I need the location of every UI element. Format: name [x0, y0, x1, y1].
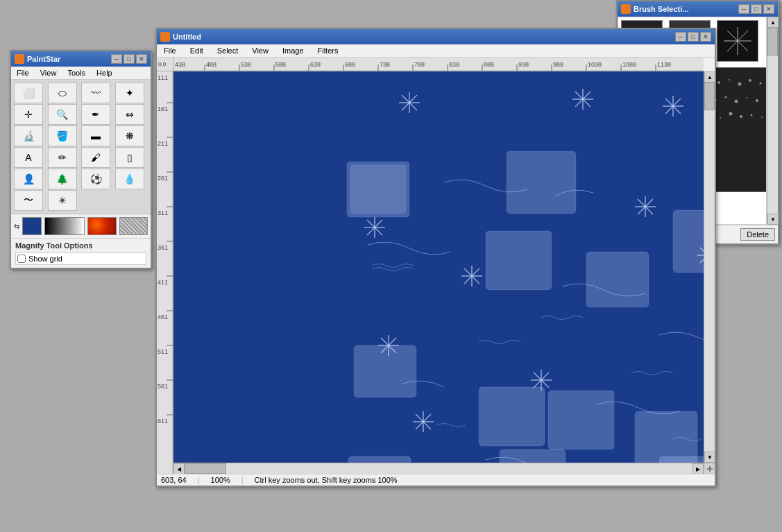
- img-menu-view[interactable]: View: [248, 46, 273, 55]
- ruler-top: 438 488 538 588 638 688 738 788 838 888: [173, 58, 704, 71]
- svg-text:588: 588: [275, 61, 286, 68]
- toolbox-window: PaintStar ─ □ ✕ File View Tools Help ⬜ ⬭…: [10, 50, 152, 269]
- svg-text:261: 261: [158, 175, 168, 182]
- svg-point-21: [729, 79, 730, 80]
- ruler-left: 111 161 211 261 311 361 411 461 511 561: [157, 71, 173, 474]
- colorpick-tool[interactable]: ✒: [81, 104, 110, 125]
- svg-text:1088: 1088: [622, 61, 636, 68]
- svg-point-20: [717, 81, 720, 84]
- status-hint: Ctrl key zooms out, Shift key zooms 100%: [255, 476, 398, 484]
- paintbrush-tool[interactable]: 🖌: [81, 147, 110, 168]
- image-close[interactable]: ✕: [700, 32, 711, 42]
- smear-tool[interactable]: 〜: [14, 190, 43, 211]
- brush-maximize[interactable]: □: [751, 4, 762, 14]
- image-window-titlebar: Untitled ─ □ ✕: [157, 29, 715, 44]
- brush-window-titlebar: Brush Selecti... ─ □ ✕: [618, 1, 778, 17]
- show-grid-checkbox[interactable]: [17, 255, 26, 263]
- svg-point-35: [735, 100, 738, 103]
- rect-shape-tool[interactable]: ▬: [81, 126, 110, 146]
- brush-close[interactable]: ✕: [763, 4, 774, 14]
- vertical-scrollbar: ▲ ▼: [704, 71, 715, 463]
- svg-text:161: 161: [158, 105, 168, 112]
- color-section: ⇆: [11, 214, 151, 239]
- menu-file[interactable]: File: [14, 68, 32, 78]
- svg-point-47: [729, 112, 733, 116]
- scroll-left-btn[interactable]: ◀: [173, 463, 185, 474]
- tree-brush-tool[interactable]: 🌲: [48, 169, 77, 189]
- brush-scroll-down[interactable]: ▼: [767, 214, 779, 225]
- pencil-tool[interactable]: ✏: [48, 147, 77, 168]
- toolbox-minimize[interactable]: ─: [111, 54, 122, 64]
- menu-tools[interactable]: Tools: [65, 68, 88, 78]
- img-menu-file[interactable]: File: [160, 46, 180, 55]
- scroll-up-btn[interactable]: ▲: [704, 71, 715, 83]
- pattern-swatch[interactable]: [119, 217, 148, 235]
- toolbox-titlebar: PaintStar ─ □ ✕: [11, 51, 151, 67]
- brush-window-icon: [621, 4, 631, 14]
- svg-text:938: 938: [518, 61, 529, 68]
- svg-point-23: [749, 79, 751, 82]
- ellipse-select-tool[interactable]: ⬭: [48, 83, 77, 103]
- color-swap-btn[interactable]: ⇆: [14, 223, 19, 230]
- compass-tool[interactable]: ✳: [48, 190, 77, 211]
- foreground-color[interactable]: [22, 217, 42, 235]
- img-menu-filters[interactable]: Filters: [314, 46, 343, 55]
- svg-point-22: [738, 83, 742, 86]
- svg-text:461: 461: [158, 314, 168, 320]
- fill-tool[interactable]: 🪣: [48, 126, 77, 146]
- toolbox-maximize[interactable]: □: [124, 54, 135, 64]
- show-grid-label[interactable]: Show grid: [28, 255, 62, 263]
- paintstar-icon: [15, 54, 24, 64]
- img-menu-image[interactable]: Image: [278, 46, 308, 55]
- img-menu-edit[interactable]: Edit: [186, 46, 207, 55]
- scroll-down-btn[interactable]: ▼: [704, 452, 715, 463]
- svg-text:888: 888: [484, 61, 494, 68]
- delete-brush-button[interactable]: Delete: [740, 228, 775, 241]
- eraser-tool[interactable]: ▯: [115, 147, 144, 168]
- clone-tool[interactable]: 👤: [14, 169, 43, 189]
- svg-text:611: 611: [158, 418, 168, 424]
- toolbox-title: PaintStar: [27, 55, 60, 63]
- svg-text:1038: 1038: [588, 61, 602, 68]
- texture-swatch[interactable]: [87, 217, 116, 235]
- svg-rect-166: [586, 252, 649, 307]
- svg-text:538: 538: [241, 61, 251, 68]
- brush-minimize[interactable]: ─: [738, 4, 749, 14]
- scroll-right-btn[interactable]: ▶: [692, 463, 704, 474]
- svg-text:638: 638: [310, 61, 321, 68]
- scroll-corner-btn[interactable]: [704, 463, 715, 474]
- svg-text:838: 838: [449, 61, 459, 68]
- svg-rect-169: [354, 345, 416, 397]
- flip-tool[interactable]: ⇔: [115, 104, 144, 125]
- rect-select-tool[interactable]: ⬜: [14, 83, 43, 103]
- zoom-tool active[interactable]: 🔍: [48, 104, 77, 125]
- svg-rect-174: [348, 456, 411, 463]
- brush-scroll-up[interactable]: ▲: [767, 17, 779, 28]
- move-tool[interactable]: ✛: [14, 104, 43, 125]
- svg-point-49: [751, 114, 753, 117]
- svg-rect-175: [500, 449, 566, 463]
- drop-tool[interactable]: 💧: [115, 169, 144, 189]
- magic-wand-tool[interactable]: ✦: [115, 83, 144, 103]
- image-maximize[interactable]: □: [688, 32, 699, 42]
- show-grid-row: Show grid: [15, 252, 146, 265]
- eyedropper-tool[interactable]: 🔬: [14, 126, 43, 146]
- soccer-brush-tool[interactable]: ⚽: [81, 169, 110, 189]
- lasso-select-tool[interactable]: 〰: [81, 83, 110, 103]
- svg-rect-176: [659, 456, 704, 463]
- horizontal-scrollbar: ◀ ▶: [173, 463, 704, 474]
- transform-tool[interactable]: ❋: [115, 126, 144, 146]
- svg-point-37: [756, 99, 758, 102]
- gradient-swatch[interactable]: [44, 217, 85, 235]
- svg-text:511: 511: [158, 348, 168, 355]
- menu-view[interactable]: View: [37, 68, 60, 78]
- svg-point-48: [740, 115, 742, 118]
- img-menu-select[interactable]: Select: [213, 46, 243, 55]
- menu-help[interactable]: Help: [94, 68, 115, 78]
- text-tool[interactable]: A: [14, 147, 43, 168]
- image-minimize[interactable]: ─: [675, 32, 686, 42]
- image-canvas[interactable]: [173, 71, 704, 463]
- svg-rect-162: [507, 151, 576, 214]
- svg-text:311: 311: [158, 209, 168, 216]
- toolbox-close[interactable]: ✕: [136, 54, 147, 64]
